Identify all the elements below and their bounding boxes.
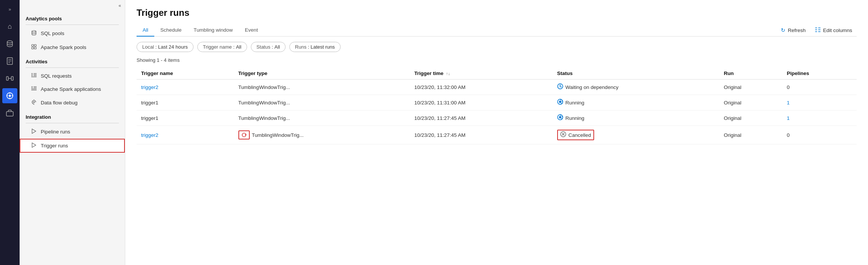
sidebar-item-data-flow-debug[interactable]: Data flow debug bbox=[20, 96, 125, 110]
local-filter-separator: : bbox=[155, 44, 158, 50]
notebook-nav-icon[interactable] bbox=[2, 54, 17, 69]
cancelled-icon bbox=[560, 131, 566, 139]
apache-spark-applications-label: Apache Spark applications bbox=[41, 86, 101, 92]
apache-spark-pools-label: Apache Spark pools bbox=[41, 44, 86, 50]
page-title: Trigger runs bbox=[137, 8, 857, 18]
col-header-status: Status bbox=[553, 67, 719, 80]
sql-requests-label: SQL requests bbox=[41, 73, 72, 79]
analytics-pools-divider bbox=[26, 25, 119, 25]
pipelines-link-2[interactable]: 1 bbox=[787, 115, 790, 121]
refresh-trigger-icon[interactable] bbox=[238, 130, 250, 139]
running-label-1: Running bbox=[565, 100, 584, 106]
trigger-runs-table: Trigger name Trigger type Trigger time ↑… bbox=[137, 67, 857, 144]
sql-pools-icon bbox=[31, 30, 37, 37]
table-row: trigger1 TumblingWindowTrig... 10/23/20,… bbox=[137, 110, 857, 126]
svg-rect-5 bbox=[6, 77, 8, 80]
edit-columns-button[interactable]: Edit columns bbox=[810, 25, 857, 36]
waiting-dependency-icon bbox=[557, 83, 563, 91]
svg-point-33 bbox=[33, 101, 35, 103]
trigger-time-cell-cancelled: 10/23/20, 11:27:45 AM bbox=[410, 126, 553, 144]
svg-point-15 bbox=[32, 31, 36, 32]
sql-requests-icon bbox=[31, 73, 37, 79]
col-header-run: Run bbox=[719, 67, 782, 80]
local-filter-pill[interactable]: Local : Last 24 hours bbox=[137, 42, 194, 52]
trigger-time-cell: 10/23/20, 11:32:00 AM bbox=[410, 80, 553, 95]
sidebar-item-trigger-runs[interactable]: Trigger runs bbox=[20, 139, 125, 153]
col-header-trigger-time[interactable]: Trigger time ↑↓ bbox=[410, 67, 553, 80]
pipelines-cell: 1 bbox=[782, 95, 857, 110]
apache-spark-pools-icon bbox=[31, 44, 37, 51]
edit-columns-icon bbox=[815, 27, 821, 34]
pipelines-cell: 0 bbox=[782, 80, 857, 95]
activities-divider bbox=[26, 67, 119, 68]
col-header-trigger-type: Trigger type bbox=[234, 67, 410, 80]
status-filter-separator: : bbox=[272, 44, 274, 50]
filter-bar: Local : Last 24 hours Trigger name : All… bbox=[137, 42, 857, 52]
expand-icon-bar-button[interactable]: » bbox=[2, 4, 17, 15]
running-icon bbox=[557, 99, 563, 106]
tabs-bar: All Schedule Tumbling window Event ↻ Ref… bbox=[137, 24, 857, 37]
col-header-pipelines: Pipelines bbox=[782, 67, 857, 80]
sidebar: « Analytics pools SQL pools Apache Spark… bbox=[20, 0, 125, 265]
briefcase-nav-icon[interactable] bbox=[2, 106, 17, 121]
svg-rect-17 bbox=[34, 44, 36, 46]
trigger-type-cell: TumblingWindowTrig... bbox=[234, 110, 410, 126]
pipeline-runs-icon bbox=[31, 128, 37, 135]
status-filter-value: All bbox=[275, 44, 280, 50]
trigger-name-filter-pill[interactable]: Trigger name : All bbox=[197, 42, 247, 52]
icon-bar: » ⌂ bbox=[0, 0, 20, 265]
svg-point-0 bbox=[7, 41, 12, 43]
run-cell-cancelled: Original bbox=[719, 126, 782, 144]
local-filter-key: Local bbox=[142, 44, 154, 50]
table-row: trigger1 TumblingWindowTrig... 10/23/20,… bbox=[137, 95, 857, 110]
svg-rect-16 bbox=[32, 44, 34, 46]
status-filter-pill[interactable]: Status : All bbox=[251, 42, 286, 52]
integration-divider bbox=[26, 123, 119, 123]
trigger-name-link[interactable]: trigger2 bbox=[141, 84, 158, 90]
refresh-label: Refresh bbox=[788, 28, 805, 33]
main-content: Trigger runs All Schedule Tumbling windo… bbox=[125, 0, 868, 265]
monitor-nav-icon[interactable] bbox=[2, 88, 17, 103]
cancelled-label: Cancelled bbox=[568, 132, 591, 138]
status-cell: Waiting on dependency bbox=[553, 80, 719, 95]
run-cell: Original bbox=[719, 110, 782, 126]
tab-tumbling-window[interactable]: Tumbling window bbox=[187, 24, 239, 37]
pipelines-cell-cancelled: 0 bbox=[782, 126, 857, 144]
showing-count: Showing 1 - 4 items bbox=[137, 57, 857, 63]
table-row: trigger2 TumblingWindowTrig... bbox=[137, 126, 857, 144]
sidebar-item-sql-pools[interactable]: SQL pools bbox=[20, 26, 125, 40]
activities-section-header: Activities bbox=[20, 54, 125, 66]
sidebar-item-apache-spark-pools[interactable]: Apache Spark pools bbox=[20, 40, 125, 54]
sidebar-item-sql-requests[interactable]: SQL requests bbox=[20, 69, 125, 83]
pipelines-link[interactable]: 1 bbox=[787, 100, 790, 106]
trigger-name-link-cancelled[interactable]: trigger2 bbox=[141, 132, 158, 138]
trigger-name-filter-key: Trigger name bbox=[203, 44, 232, 50]
status-filter-key: Status bbox=[257, 44, 270, 50]
run-cell: Original bbox=[719, 95, 782, 110]
trigger-runs-icon bbox=[31, 142, 37, 149]
analytics-pools-section-header: Analytics pools bbox=[20, 11, 125, 23]
runs-filter-pill[interactable]: Runs : Latest runs bbox=[289, 42, 341, 52]
database-nav-icon[interactable] bbox=[2, 36, 17, 51]
refresh-button[interactable]: ↻ Refresh bbox=[776, 25, 810, 35]
running-icon-2 bbox=[557, 114, 563, 122]
tab-event[interactable]: Event bbox=[239, 24, 264, 37]
pipeline-nav-icon[interactable] bbox=[2, 71, 17, 86]
pipelines-cell: 1 bbox=[782, 110, 857, 126]
col-header-trigger-name: Trigger name bbox=[137, 67, 234, 80]
home-nav-icon[interactable]: ⌂ bbox=[2, 19, 17, 34]
tab-schedule[interactable]: Schedule bbox=[154, 24, 187, 37]
pipeline-runs-label: Pipeline runs bbox=[41, 129, 70, 135]
svg-point-9 bbox=[9, 95, 11, 97]
sort-icon: ↑↓ bbox=[446, 71, 450, 76]
sidebar-item-apache-spark-applications[interactable]: Apache Spark applications bbox=[20, 83, 125, 96]
runs-filter-key: Runs bbox=[295, 44, 306, 50]
local-filter-value: Last 24 hours bbox=[158, 44, 188, 50]
edit-columns-label: Edit columns bbox=[823, 28, 852, 33]
integration-section-header: Integration bbox=[20, 110, 125, 121]
refresh-icon: ↻ bbox=[781, 27, 785, 33]
cancelled-status-container: Cancelled bbox=[557, 130, 594, 140]
sidebar-item-pipeline-runs[interactable]: Pipeline runs bbox=[20, 125, 125, 139]
collapse-sidebar-button[interactable]: « bbox=[20, 0, 125, 11]
tab-all[interactable]: All bbox=[137, 24, 154, 37]
